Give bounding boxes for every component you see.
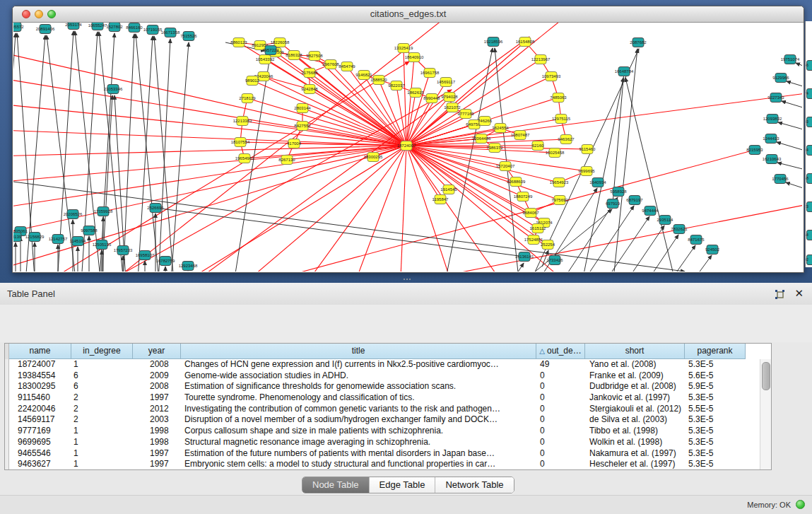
float-panel-icon[interactable] — [774, 288, 785, 300]
table-cell[interactable]: 2008 — [133, 381, 181, 392]
table-cell[interactable]: 1997 — [133, 392, 181, 404]
table-cell[interactable]: Investigating the contribution of common… — [181, 404, 536, 415]
table-cell[interactable]: 2012 — [133, 404, 181, 415]
table-row[interactable]: 1938455462009Genome-wide association stu… — [5, 370, 771, 382]
column-header-title[interactable]: title — [181, 344, 536, 359]
table-cell[interactable]: 5.3E-5 — [685, 437, 746, 448]
table-row[interactable]: 977716911998Corpus callosum shape and si… — [5, 426, 771, 437]
table-cell[interactable]: Tibbo et al. (1998) — [585, 426, 685, 437]
table-cell[interactable]: 9777169 — [9, 426, 71, 437]
table-cell[interactable]: 0 — [536, 437, 585, 448]
table-cell[interactable]: 18300295 — [9, 381, 71, 392]
table-cell[interactable]: Wolkin et al. (1998) — [585, 437, 685, 448]
table-cell[interactable]: 5.3E-5 — [685, 414, 746, 426]
table-cell[interactable]: Estimation of significance thresholds fo… — [181, 381, 536, 392]
table-cell[interactable]: 19384554 — [9, 370, 71, 382]
table-cell[interactable]: 1997 — [133, 459, 181, 470]
table-row[interactable]: 946362711997Embryonic stem cells: a mode… — [5, 459, 771, 470]
table-cell[interactable]: Embryonic stem cells: a model to study s… — [181, 459, 536, 470]
table-cell[interactable]: Yano et al. (2008) — [585, 359, 685, 370]
table-cell[interactable]: 0 — [536, 370, 585, 382]
table-row[interactable]: 1872400712008Changes of HCN gene express… — [5, 359, 771, 370]
table-cell[interactable]: Jankovic et al. (1997) — [585, 392, 685, 404]
table-cell[interactable]: 0 — [536, 404, 585, 415]
table-cell[interactable]: 0 — [536, 426, 585, 437]
table-row[interactable]: 1830029562008Estimation of significance … — [5, 381, 771, 392]
scrollbar-thumb[interactable] — [762, 362, 770, 390]
table-cell[interactable]: Tourette syndrome. Phenomenology and cla… — [181, 392, 536, 404]
table-cell[interactable]: 18724007 — [9, 359, 71, 370]
column-header-in_degree[interactable]: in_degree — [71, 344, 133, 359]
table-cell[interactable]: 1 — [71, 459, 133, 470]
table-cell[interactable]: 5.3E-5 — [685, 448, 746, 460]
table-cell[interactable]: 9699695 — [9, 437, 71, 448]
table-cell[interactable]: 1 — [71, 437, 133, 448]
tab-edge-table[interactable]: Edge Table — [370, 477, 436, 493]
table-cell[interactable]: 5.3E-5 — [685, 392, 746, 404]
table-cell[interactable]: 1998 — [133, 437, 181, 448]
table-cell[interactable]: 0 — [536, 381, 585, 392]
table-cell[interactable]: Nakamura et al. (1997) — [585, 448, 685, 460]
table-cell[interactable]: 0 — [536, 414, 585, 426]
table-cell[interactable]: Hescheler et al. (1997) — [585, 459, 685, 470]
table-cell[interactable]: 1 — [71, 426, 133, 437]
table-cell[interactable]: 14569117 — [9, 414, 71, 426]
table-cell[interactable]: 49 — [536, 359, 585, 370]
network-window-titlebar[interactable]: citations_edges.txt — [13, 6, 804, 23]
table-cell[interactable]: 5.9E-5 — [685, 381, 746, 392]
table-cell[interactable]: 2 — [71, 414, 133, 426]
table-cell[interactable]: 0 — [536, 448, 585, 460]
table-row[interactable]: 1456911722003Disruption of a novel membe… — [5, 414, 771, 426]
table-cell[interactable]: 2 — [71, 404, 133, 415]
table-cell[interactable]: Dudbridge et al. (2008) — [585, 381, 685, 392]
table-row[interactable]: 969969511998Structural magnetic resonanc… — [5, 437, 771, 448]
table-cell[interactable]: 5.3E-5 — [685, 359, 746, 370]
network-canvas[interactable]: 1872400718300295886012389129541822605898… — [13, 23, 802, 271]
column-header-pagerank[interactable]: pagerank — [685, 344, 746, 359]
column-header-short[interactable]: short — [585, 344, 685, 359]
table-cell[interactable]: 0 — [536, 392, 585, 404]
tab-node-table[interactable]: Node Table — [302, 477, 370, 493]
table-cell[interactable]: Changes of HCN gene expression and I(f) … — [181, 359, 536, 370]
table-cell[interactable]: Estimation of the future numbers of pati… — [181, 448, 536, 460]
table-cell[interactable]: 5.6E-5 — [685, 370, 746, 382]
vertical-scrollbar[interactable] — [760, 359, 771, 469]
close-panel-icon[interactable]: ✕ — [794, 287, 804, 300]
table-cell[interactable]: Genome-wide association studies in ADHD. — [181, 370, 536, 382]
table-cell[interactable]: 22420046 — [9, 404, 71, 415]
column-header-name[interactable]: name — [9, 344, 71, 359]
network-node-label: 8471675 — [688, 238, 705, 242]
network-edge — [97, 33, 114, 271]
table-cell[interactable]: 9465546 — [9, 448, 71, 460]
table-cell[interactable]: 1 — [71, 448, 133, 460]
table-cell[interactable]: 9115460 — [9, 392, 71, 404]
column-header-year[interactable]: year — [133, 344, 181, 359]
table-cell[interactable]: 1998 — [133, 426, 181, 437]
table-row[interactable]: 2242004622012Investigating the contribut… — [5, 404, 771, 415]
table-cell[interactable]: 6 — [71, 381, 133, 392]
table-cell[interactable]: 5.3E-5 — [685, 459, 746, 470]
table-row[interactable]: 911546021997Tourette syndrome. Phenomeno… — [5, 392, 771, 404]
table-cell[interactable]: 5.5E-5 — [685, 404, 746, 415]
table-row[interactable]: 946554611997Estimation of the future num… — [5, 448, 771, 460]
network-node-label: 16671358 — [161, 30, 180, 35]
table-cell[interactable]: Franke et al. (2009) — [585, 370, 685, 382]
table-cell[interactable]: Disruption of a novel member of a sodium… — [181, 414, 536, 426]
table-cell[interactable]: de Silva et al. (2003) — [585, 414, 685, 426]
table-cell[interactable]: Structural magnetic resonance image aver… — [181, 437, 536, 448]
table-cell[interactable]: 5.3E-5 — [685, 426, 746, 437]
tab-network-table[interactable]: Network Table — [435, 477, 513, 493]
table-cell[interactable]: 2009 — [133, 370, 181, 382]
table-cell[interactable]: Stergiakouli et al. (2012) — [585, 404, 685, 415]
table-cell[interactable]: 9463627 — [9, 459, 71, 470]
network-node-label: 8427552 — [294, 124, 311, 128]
table-cell[interactable]: 2008 — [133, 359, 181, 370]
table-cell[interactable]: 6 — [71, 370, 133, 382]
table-cell[interactable]: 0 — [536, 459, 585, 470]
table-cell[interactable]: 1 — [71, 359, 133, 370]
table-cell[interactable]: Corpus callosum shape and size in male p… — [181, 426, 536, 437]
table-cell[interactable]: 1997 — [133, 448, 181, 460]
table-cell[interactable]: 2 — [71, 392, 133, 404]
table-cell[interactable]: 2003 — [133, 414, 181, 426]
column-header-out_de[interactable]: △out_de… — [536, 344, 585, 359]
